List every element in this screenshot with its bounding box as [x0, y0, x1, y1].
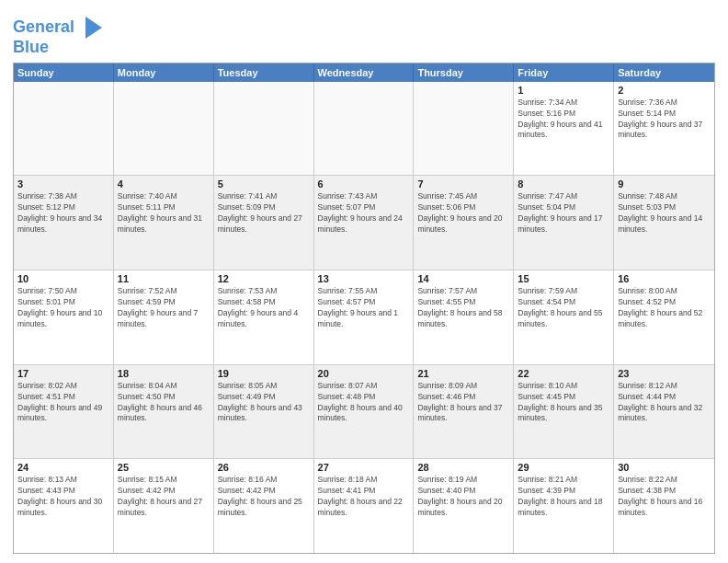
day-info: Sunrise: 8:12 AM Sunset: 4:44 PM Dayligh… [618, 381, 711, 425]
day-info: Sunrise: 7:34 AM Sunset: 5:16 PM Dayligh… [518, 98, 609, 142]
calendar-cell: 27Sunrise: 8:18 AM Sunset: 4:41 PM Dayli… [314, 459, 415, 553]
day-number: 21 [417, 368, 509, 379]
day-number: 19 [218, 368, 310, 379]
day-info: Sunrise: 7:45 AM Sunset: 5:06 PM Dayligh… [417, 191, 509, 236]
day-info: Sunrise: 8:21 AM Sunset: 4:39 PM Dayligh… [518, 475, 609, 519]
calendar-cell: 24Sunrise: 8:13 AM Sunset: 4:43 PM Dayli… [14, 459, 114, 553]
calendar-cell: 13Sunrise: 7:55 AM Sunset: 4:57 PM Dayli… [314, 270, 415, 364]
header-cell-friday: Friday [514, 63, 614, 82]
day-number: 8 [518, 178, 609, 190]
day-info: Sunrise: 7:47 AM Sunset: 5:04 PM Dayligh… [518, 191, 609, 236]
logo-text: General [13, 18, 74, 37]
day-info: Sunrise: 8:09 AM Sunset: 4:46 PM Dayligh… [417, 381, 509, 425]
calendar-row-4: 24Sunrise: 8:13 AM Sunset: 4:43 PM Dayli… [14, 459, 714, 553]
calendar-cell: 9Sunrise: 7:48 AM Sunset: 5:03 PM Daylig… [614, 176, 714, 270]
calendar-cell [414, 82, 514, 176]
day-number: 1 [518, 85, 609, 96]
calendar-cell: 2Sunrise: 7:36 AM Sunset: 5:14 PM Daylig… [614, 82, 714, 176]
calendar-row-1: 3Sunrise: 7:38 AM Sunset: 5:12 PM Daylig… [14, 176, 714, 270]
day-info: Sunrise: 8:04 AM Sunset: 4:50 PM Dayligh… [118, 381, 210, 425]
day-number: 12 [218, 273, 310, 284]
day-number: 14 [417, 273, 509, 284]
calendar-cell [314, 82, 415, 176]
calendar-cell: 7Sunrise: 7:45 AM Sunset: 5:06 PM Daylig… [414, 176, 514, 270]
logo-icon [76, 13, 106, 42]
day-info: Sunrise: 7:55 AM Sunset: 4:57 PM Dayligh… [318, 286, 410, 330]
day-info: Sunrise: 8:19 AM Sunset: 4:40 PM Dayligh… [417, 475, 509, 519]
header-cell-saturday: Saturday [614, 63, 714, 82]
day-info: Sunrise: 7:40 AM Sunset: 5:11 PM Dayligh… [118, 191, 210, 236]
calendar: SundayMondayTuesdayWednesdayThursdayFrid… [13, 63, 715, 554]
day-number: 22 [518, 368, 609, 379]
calendar-row-0: 1Sunrise: 7:34 AM Sunset: 5:16 PM Daylig… [14, 82, 714, 177]
day-info: Sunrise: 7:36 AM Sunset: 5:14 PM Dayligh… [618, 98, 711, 142]
day-info: Sunrise: 8:18 AM Sunset: 4:41 PM Dayligh… [318, 475, 410, 519]
calendar-cell [14, 82, 114, 176]
day-number: 23 [618, 368, 711, 379]
calendar-cell: 10Sunrise: 7:50 AM Sunset: 5:01 PM Dayli… [14, 270, 114, 364]
calendar-cell: 15Sunrise: 7:59 AM Sunset: 4:54 PM Dayli… [514, 270, 614, 364]
calendar-cell: 22Sunrise: 8:10 AM Sunset: 4:45 PM Dayli… [514, 365, 614, 459]
day-number: 2 [618, 85, 711, 96]
calendar-cell: 17Sunrise: 8:02 AM Sunset: 4:51 PM Dayli… [14, 365, 114, 459]
calendar-cell: 26Sunrise: 8:16 AM Sunset: 4:42 PM Dayli… [214, 459, 314, 553]
calendar-cell [214, 82, 314, 176]
calendar-cell: 11Sunrise: 7:52 AM Sunset: 4:59 PM Dayli… [114, 270, 214, 364]
calendar-cell: 23Sunrise: 8:12 AM Sunset: 4:44 PM Dayli… [614, 365, 714, 459]
day-number: 18 [118, 368, 210, 379]
day-info: Sunrise: 7:38 AM Sunset: 5:12 PM Dayligh… [17, 191, 109, 236]
day-number: 5 [218, 178, 310, 190]
day-info: Sunrise: 8:07 AM Sunset: 4:48 PM Dayligh… [318, 381, 410, 425]
calendar-cell: 3Sunrise: 7:38 AM Sunset: 5:12 PM Daylig… [14, 176, 114, 270]
day-number: 13 [318, 273, 410, 284]
day-info: Sunrise: 8:05 AM Sunset: 4:49 PM Dayligh… [218, 381, 310, 425]
calendar-cell: 1Sunrise: 7:34 AM Sunset: 5:16 PM Daylig… [514, 82, 614, 176]
calendar-cell: 18Sunrise: 8:04 AM Sunset: 4:50 PM Dayli… [114, 365, 214, 459]
day-info: Sunrise: 8:13 AM Sunset: 4:43 PM Dayligh… [17, 475, 109, 519]
day-info: Sunrise: 7:53 AM Sunset: 4:58 PM Dayligh… [218, 286, 310, 330]
svg-marker-0 [85, 17, 102, 39]
day-number: 27 [318, 462, 410, 473]
day-info: Sunrise: 7:52 AM Sunset: 4:59 PM Dayligh… [118, 286, 210, 330]
day-number: 24 [17, 462, 109, 473]
calendar-cell: 19Sunrise: 8:05 AM Sunset: 4:49 PM Dayli… [214, 365, 314, 459]
calendar-cell: 20Sunrise: 8:07 AM Sunset: 4:48 PM Dayli… [314, 365, 415, 459]
calendar-cell: 14Sunrise: 7:57 AM Sunset: 4:55 PM Dayli… [414, 270, 514, 364]
calendar-body: 1Sunrise: 7:34 AM Sunset: 5:16 PM Daylig… [14, 82, 714, 553]
day-number: 16 [618, 273, 711, 284]
header-cell-sunday: Sunday [14, 63, 114, 82]
calendar-cell: 8Sunrise: 7:47 AM Sunset: 5:04 PM Daylig… [514, 176, 614, 270]
day-number: 7 [417, 178, 509, 190]
calendar-cell: 25Sunrise: 8:15 AM Sunset: 4:42 PM Dayli… [114, 459, 214, 553]
calendar-cell: 12Sunrise: 7:53 AM Sunset: 4:58 PM Dayli… [214, 270, 314, 364]
day-info: Sunrise: 7:41 AM Sunset: 5:09 PM Dayligh… [218, 191, 310, 236]
day-info: Sunrise: 8:16 AM Sunset: 4:42 PM Dayligh… [218, 475, 310, 519]
calendar-cell: 28Sunrise: 8:19 AM Sunset: 4:40 PM Dayli… [414, 459, 514, 553]
day-number: 26 [218, 462, 310, 473]
day-info: Sunrise: 8:00 AM Sunset: 4:52 PM Dayligh… [618, 286, 711, 330]
calendar-cell: 6Sunrise: 7:43 AM Sunset: 5:07 PM Daylig… [314, 176, 415, 270]
day-number: 29 [518, 462, 609, 473]
calendar-cell: 4Sunrise: 7:40 AM Sunset: 5:11 PM Daylig… [114, 176, 214, 270]
day-info: Sunrise: 8:02 AM Sunset: 4:51 PM Dayligh… [17, 381, 109, 425]
calendar-cell [114, 82, 214, 176]
day-number: 25 [118, 462, 210, 473]
day-info: Sunrise: 7:59 AM Sunset: 4:54 PM Dayligh… [518, 286, 609, 330]
day-info: Sunrise: 8:22 AM Sunset: 4:38 PM Dayligh… [618, 475, 711, 519]
day-info: Sunrise: 7:50 AM Sunset: 5:01 PM Dayligh… [17, 286, 109, 330]
day-info: Sunrise: 8:10 AM Sunset: 4:45 PM Dayligh… [518, 381, 609, 425]
day-number: 4 [118, 178, 210, 190]
calendar-cell: 30Sunrise: 8:22 AM Sunset: 4:38 PM Dayli… [614, 459, 714, 553]
header-cell-monday: Monday [114, 63, 214, 82]
day-info: Sunrise: 7:43 AM Sunset: 5:07 PM Dayligh… [318, 191, 410, 236]
calendar-cell: 29Sunrise: 8:21 AM Sunset: 4:39 PM Dayli… [514, 459, 614, 553]
day-info: Sunrise: 8:15 AM Sunset: 4:42 PM Dayligh… [118, 475, 210, 519]
day-number: 6 [318, 178, 410, 190]
day-number: 30 [618, 462, 711, 473]
day-number: 3 [17, 178, 109, 190]
calendar-cell: 5Sunrise: 7:41 AM Sunset: 5:09 PM Daylig… [214, 176, 314, 270]
header-cell-wednesday: Wednesday [314, 63, 415, 82]
calendar-cell: 16Sunrise: 8:00 AM Sunset: 4:52 PM Dayli… [614, 270, 714, 364]
page-header: General Blue [13, 9, 715, 57]
day-info: Sunrise: 7:57 AM Sunset: 4:55 PM Dayligh… [417, 286, 509, 330]
